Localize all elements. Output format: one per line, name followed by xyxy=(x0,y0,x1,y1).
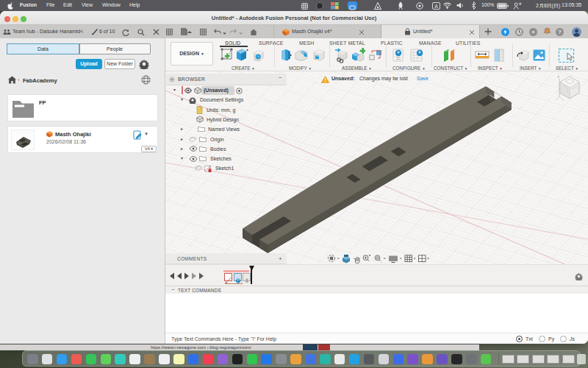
svg-text:z: z xyxy=(558,74,560,79)
svg-text:?: ? xyxy=(558,29,562,35)
svg-text:A: A xyxy=(434,3,438,8)
